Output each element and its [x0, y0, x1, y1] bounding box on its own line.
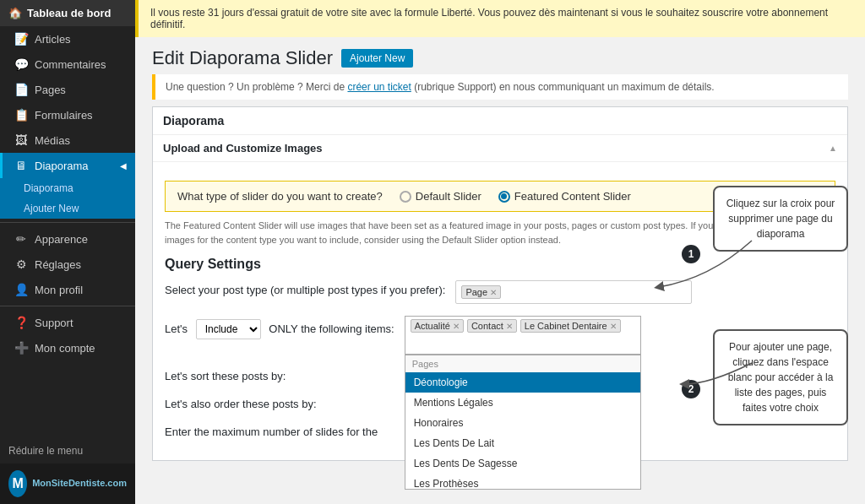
callout-1-text: Cliquez sur la croix pour supprimer une … — [726, 198, 835, 240]
sidebar-item-label: Commentaires — [35, 58, 106, 71]
tag-cabinet: Le Cabinet Dentaire ✕ — [520, 319, 621, 333]
page-header: Edit Diaporama Slider Ajouter New — [135, 37, 865, 74]
sidebar-item-commentaires[interactable]: 💬 Commentaires — [0, 51, 135, 77]
sidebar-item-label: Formulaires — [35, 109, 93, 122]
trial-text: Il vous reste 31 jours d'essai gratuit d… — [150, 7, 828, 30]
sidebar-item-label: Diaporama — [35, 160, 89, 172]
include-select[interactable]: Include Exclude — [196, 319, 261, 339]
dropdown-option-dents-sagesse[interactable]: Les Dents De Sagesse — [405, 453, 640, 474]
articles-icon: 📝 — [14, 32, 28, 46]
sidebar-item-reglages[interactable]: ⚙ Réglages — [0, 252, 135, 277]
post-type-tag: Page ✕ — [461, 285, 501, 299]
sidebar-item-label: Mon profil — [35, 284, 83, 296]
sidebar-item-mon-profil[interactable]: 👤 Mon profil — [0, 277, 135, 302]
radio-default-slider[interactable]: Default Slider — [400, 190, 481, 203]
dropdown-option-protheses[interactable]: Les Prothèses — [405, 474, 640, 490]
apparence-icon: ✏ — [14, 232, 28, 246]
logo-icon: M — [8, 470, 27, 497]
section-title: Diaporama — [153, 107, 847, 135]
sidebar-item-label: Support — [35, 317, 73, 329]
pages-icon: 📄 — [14, 83, 28, 96]
info-link[interactable]: créer un ticket — [347, 81, 411, 93]
max-slides-label: Enter the maximum number of slides for t… — [165, 422, 378, 438]
medias-icon: 🖼 — [14, 133, 28, 147]
dropdown-list: Pages Déontologie Mentions Légales Honor… — [405, 355, 641, 490]
sidebar-header[interactable]: 🏠 Tableau de bord — [0, 0, 135, 26]
post-type-label: Select your post type (or multiple post … — [165, 280, 445, 296]
support-icon: ❓ — [14, 316, 28, 329]
dropdown-search-input[interactable] — [411, 336, 635, 351]
page-title: Edit Diaporama Slider — [152, 47, 333, 69]
sidebar-item-mon-compte[interactable]: ➕ Mon compte — [0, 335, 135, 360]
section-title-text: Diaporama — [163, 114, 224, 127]
dashboard-icon: 🏠 — [8, 7, 22, 19]
include-label: Let's Include Exclude ONLY the following… — [165, 316, 394, 339]
dropdown-group-label: Pages — [405, 355, 640, 372]
query-settings-title: Query Settings — [165, 257, 835, 272]
tag-cabinet-remove[interactable]: ✕ — [610, 322, 617, 331]
dropdown-container: Actualité ✕ Contact ✕ Le Cab — [405, 316, 641, 355]
profil-icon: 👤 — [14, 283, 28, 296]
sidebar-item-formulaires[interactable]: 📋 Formulaires — [0, 102, 135, 127]
dropdown-option-honoraires[interactable]: Honoraires — [405, 413, 640, 433]
upload-label-text: Upload and Customize Images — [163, 142, 323, 154]
callout-number-1: 1 — [682, 245, 700, 263]
dropdown-tags-input[interactable]: Actualité ✕ Contact ✕ Le Cab — [405, 316, 641, 355]
post-type-tag-input[interactable]: Page ✕ — [455, 280, 692, 304]
sidebar-item-label: Réglages — [35, 258, 81, 271]
slider-type-question: What type of slider do you want to creat… — [177, 190, 383, 203]
commentaires-icon: 💬 — [14, 57, 28, 71]
tag-actualite-remove[interactable]: ✕ — [453, 322, 460, 331]
dropdown-option-deontologie[interactable]: Déontologie — [405, 372, 640, 393]
radio-default-label: Default Slider — [416, 190, 481, 203]
sidebar-item-label: Mon compte — [35, 342, 95, 355]
diaporama-icon: 🖥 — [14, 159, 28, 172]
info-prefix: Une question ? Un problème ? Merci de — [166, 81, 347, 93]
reglages-icon: ⚙ — [14, 257, 28, 271]
sidebar-item-label: Médias — [35, 134, 70, 147]
trial-banner: Il vous reste 31 jours d'essai gratuit d… — [135, 0, 865, 37]
tag-contact-label: Contact — [471, 321, 503, 331]
post-type-field: Page ✕ — [455, 280, 835, 304]
dropdown-option-dents-lait[interactable]: Les Dents De Lait — [405, 433, 640, 453]
callout-2-text: Pour ajouter une page, cliquez dans l'es… — [728, 341, 834, 414]
sidebar-footer[interactable]: Réduire le menu — [0, 438, 135, 463]
formulaires-icon: 📋 — [14, 108, 28, 122]
reduce-menu-label: Réduire le menu — [8, 445, 83, 457]
tag-cabinet-label: Le Cabinet Dentaire — [525, 321, 607, 331]
post-type-tag-remove[interactable]: ✕ — [490, 288, 497, 297]
callout-2: Pour ajouter une page, cliquez dans l'es… — [713, 329, 848, 425]
radio-featured-label: Featured Content Slider — [514, 190, 631, 203]
dropdown-option-mentions[interactable]: Mentions Légales — [405, 393, 640, 413]
sidebar-item-support[interactable]: ❓ Support — [0, 310, 135, 335]
sidebar-sub-diaporama: Diaporama Ajouter New — [0, 178, 135, 219]
upload-label[interactable]: Upload and Customize Images ▲ — [153, 135, 847, 162]
sidebar-item-articles[interactable]: 📝 Articles — [0, 26, 135, 51]
sidebar-item-medias[interactable]: 🖼 Médias — [0, 127, 135, 153]
sidebar-item-apparence[interactable]: ✏ Apparence — [0, 226, 135, 252]
radio-featured-slider[interactable]: Featured Content Slider — [498, 190, 631, 203]
sidebar-item-label: Pages — [35, 84, 66, 96]
tag-actualite-label: Actualité — [415, 321, 450, 331]
tag-actualite: Actualité ✕ — [411, 319, 464, 333]
sidebar: 🏠 Tableau de bord 📝 Articles 💬 Commentai… — [0, 0, 135, 504]
radio-default-circle — [400, 191, 411, 203]
info-banner: Une question ? Un problème ? Merci de cr… — [152, 74, 848, 100]
add-new-button[interactable]: Ajouter New — [341, 49, 413, 68]
sort-label: Let's sort these posts by: — [165, 366, 334, 382]
sidebar-item-diaporama[interactable]: 🖥 Diaporama ◀ — [0, 153, 135, 178]
callout-number-2: 2 — [682, 380, 700, 398]
number-2-label: 2 — [688, 383, 694, 395]
sidebar-item-pages[interactable]: 📄 Pages — [0, 77, 135, 102]
toggle-arrow-icon: ▲ — [829, 144, 837, 153]
sidebar-header-label: Tableau de bord — [27, 7, 111, 19]
post-type-row: Select your post type (or multiple post … — [165, 280, 835, 304]
sidebar-sub-diaporama-main[interactable]: Diaporama — [0, 178, 135, 198]
sidebar-item-label: Apparence — [35, 233, 88, 246]
main-content: Il vous reste 31 jours d'essai gratuit d… — [135, 0, 865, 504]
post-type-tag-label: Page — [465, 287, 487, 297]
tag-contact: Contact ✕ — [467, 319, 517, 333]
sidebar-sub-ajouter-new[interactable]: Ajouter New — [0, 198, 135, 219]
tag-contact-remove[interactable]: ✕ — [506, 322, 513, 331]
radio-dot — [501, 193, 507, 199]
